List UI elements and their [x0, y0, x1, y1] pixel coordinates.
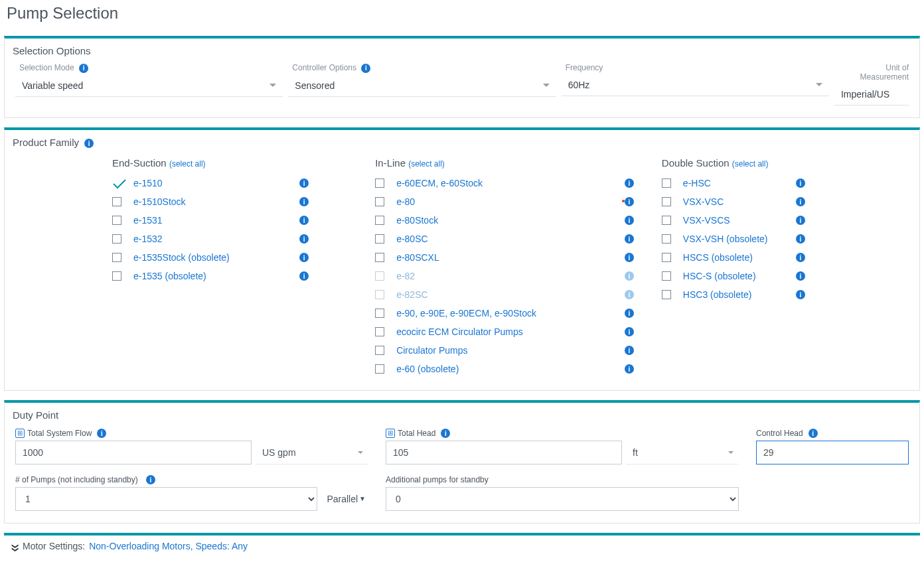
info-icon[interactable]: i — [299, 234, 309, 244]
product-family-link[interactable]: HSC-S (obsolete) — [683, 271, 796, 281]
checkbox[interactable] — [112, 234, 121, 244]
info-icon[interactable]: i — [625, 216, 634, 225]
info-icon[interactable]: i — [625, 327, 634, 336]
info-icon[interactable]: i — [625, 234, 634, 244]
chevron-down-icon: ▼ — [359, 487, 366, 511]
product-family-link[interactable]: e-HSC — [683, 178, 796, 188]
checkmark-icon[interactable] — [112, 178, 125, 188]
product-family-link[interactable]: Circulator Pumps — [396, 345, 625, 356]
checkbox[interactable] — [662, 216, 671, 225]
checkbox — [375, 290, 384, 299]
checkbox[interactable] — [662, 197, 671, 206]
info-icon[interactable]: i — [796, 271, 805, 281]
info-icon[interactable]: i — [79, 64, 88, 73]
checkbox[interactable] — [112, 216, 121, 225]
info-icon[interactable]: i — [146, 475, 155, 484]
checkbox[interactable] — [662, 253, 671, 262]
info-icon[interactable]: i — [796, 290, 805, 299]
product-family-link[interactable]: e-80Stock — [396, 215, 625, 226]
checkbox[interactable] — [662, 178, 671, 188]
product-family-link[interactable]: e-90, e-90E, e-90ECM, e-90Stock — [396, 308, 625, 318]
product-family-link[interactable]: e-80 — [396, 196, 602, 207]
checkbox[interactable] — [112, 197, 121, 206]
unit-of-measurement-select[interactable]: Imperial/US — [834, 83, 909, 106]
checkbox[interactable] — [662, 234, 671, 244]
product-family-item: e-80SCXLi — [375, 248, 635, 267]
checkbox[interactable] — [112, 253, 121, 262]
info-icon[interactable]: i — [299, 216, 309, 225]
select-all-end-suction[interactable]: (select all) — [169, 159, 206, 169]
info-icon[interactable]: i — [625, 309, 634, 318]
control-head-input[interactable] — [756, 441, 909, 464]
info-icon[interactable]: i — [299, 197, 309, 206]
info-icon[interactable]: i — [796, 178, 805, 188]
info-icon[interactable]: i — [441, 429, 450, 438]
info-icon[interactable]: i — [625, 178, 634, 188]
additional-standby-select[interactable]: 0 — [386, 487, 739, 511]
info-icon[interactable]: i — [84, 139, 94, 148]
product-family-link[interactable]: e-1510Stock — [133, 196, 299, 207]
checkbox[interactable] — [375, 216, 384, 225]
info-icon[interactable]: i — [625, 197, 634, 206]
checkbox[interactable] — [375, 253, 384, 262]
info-icon[interactable]: i — [796, 253, 805, 262]
checkbox[interactable] — [375, 234, 384, 244]
checkbox[interactable] — [375, 327, 384, 336]
selection-options-label: Selection Options — [13, 45, 911, 56]
checkbox[interactable] — [662, 271, 671, 281]
total-system-flow-unit-select[interactable]: US gpm — [256, 441, 368, 464]
checkbox[interactable] — [375, 346, 384, 355]
product-family-link[interactable]: e-1535Stock (obsolete) — [133, 252, 299, 263]
checkbox[interactable] — [375, 364, 384, 374]
num-pumps-select[interactable]: 1 — [15, 487, 317, 511]
info-icon[interactable]: i — [299, 253, 309, 262]
product-family-link[interactable]: e-80SC — [396, 234, 625, 244]
info-icon[interactable]: i — [361, 64, 370, 73]
info-icon[interactable]: i — [97, 429, 106, 438]
product-family-link[interactable]: e-80SCXL — [396, 252, 625, 263]
checkbox[interactable] — [662, 290, 671, 299]
controller-options-select[interactable]: Sensored — [288, 74, 556, 97]
selection-mode-select[interactable]: Variable speed — [15, 74, 283, 97]
total-head-input[interactable] — [386, 441, 622, 464]
calculator-icon[interactable] — [15, 429, 25, 438]
product-family-link[interactable]: e-1535 (obsolete) — [133, 271, 299, 281]
motor-settings-label: Motor Settings: — [23, 541, 85, 551]
select-all-double-suction[interactable]: (select all) — [732, 159, 769, 169]
product-family-item: e-80Stocki — [375, 211, 635, 230]
calculator-icon[interactable] — [386, 429, 395, 438]
info-icon[interactable]: i — [299, 178, 309, 188]
info-icon[interactable]: i — [625, 364, 634, 374]
product-family-link[interactable]: e-60ECM, e-60Stock — [396, 178, 625, 188]
controller-options-label: Controller Options i — [292, 63, 556, 73]
total-system-flow-input[interactable] — [15, 441, 252, 464]
product-family-link[interactable]: HSCS (obsolete) — [683, 252, 796, 263]
product-family-link[interactable]: VSX-VSH (obsolete) — [683, 234, 796, 244]
arrangement-select[interactable]: Parallel ▼ — [321, 487, 368, 511]
product-family-link[interactable]: e-60 (obsolete) — [396, 364, 625, 374]
total-head-unit-select[interactable]: ft — [626, 441, 739, 464]
product-family-link[interactable]: VSX-VSC — [683, 196, 796, 207]
checkbox[interactable] — [375, 309, 384, 318]
info-icon[interactable]: i — [796, 234, 805, 244]
product-family-link[interactable]: e-1510 — [133, 178, 299, 188]
info-icon[interactable]: i — [796, 197, 805, 206]
motor-settings-panel[interactable]: ❯❯ Motor Settings: Non-Overloading Motor… — [4, 533, 920, 557]
product-family-link[interactable]: e-1531 — [133, 215, 299, 226]
product-family-link[interactable]: HSC3 (obsolete) — [683, 289, 796, 300]
checkbox[interactable] — [112, 271, 121, 281]
info-icon[interactable]: i — [796, 216, 805, 225]
checkbox[interactable] — [375, 178, 384, 188]
duty-point-label: Duty Point — [13, 409, 911, 421]
info-icon[interactable]: i — [299, 271, 309, 281]
product-family-link[interactable]: ecocirc ECM Circulator Pumps — [396, 326, 625, 337]
frequency-select[interactable]: 60Hz — [562, 74, 829, 96]
product-family-item: e-1535Stock (obsolete)i — [112, 248, 348, 267]
product-family-link[interactable]: VSX-VSCS — [683, 215, 796, 226]
info-icon[interactable]: i — [625, 346, 634, 355]
select-all-in-line[interactable]: (select all) — [408, 159, 445, 169]
checkbox[interactable] — [375, 197, 384, 206]
product-family-link[interactable]: e-1532 — [133, 234, 299, 244]
info-icon[interactable]: i — [809, 429, 818, 438]
info-icon[interactable]: i — [625, 253, 634, 262]
